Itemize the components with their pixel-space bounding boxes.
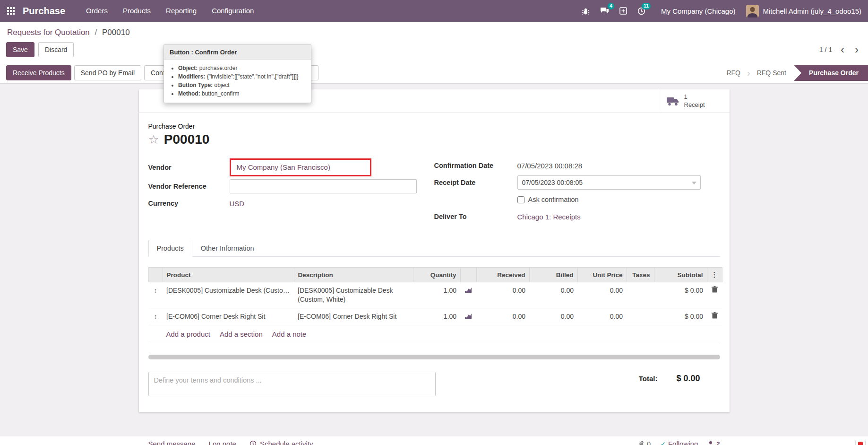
- app-brand[interactable]: Purchase: [23, 6, 65, 17]
- log-note-button[interactable]: Log note: [209, 440, 236, 445]
- messages-icon[interactable]: 4: [595, 0, 614, 22]
- total-value: $ 0.00: [676, 374, 700, 384]
- vendor-reference-input[interactable]: [230, 179, 417, 193]
- activities-badge: 11: [642, 3, 651, 9]
- menu-reporting[interactable]: Reporting: [158, 0, 204, 22]
- user-menu[interactable]: Mitchell Admin (july_4_odoo15): [763, 7, 861, 15]
- following-label: Following: [668, 440, 698, 445]
- debug-bug-icon[interactable]: [576, 0, 595, 22]
- delete-row-icon[interactable]: [712, 286, 718, 295]
- quantity-column-header[interactable]: Quantity: [413, 268, 460, 282]
- optional-columns-toggle-icon[interactable]: ⋮: [711, 270, 718, 279]
- order-lines-table: Product Description Quantity Received Bi…: [148, 267, 722, 325]
- cell-subtotal[interactable]: $ 0.00: [654, 282, 707, 308]
- cell-quantity[interactable]: 1.00: [413, 308, 460, 325]
- taxes-column-header[interactable]: Taxes: [627, 268, 654, 282]
- sheet-body: Purchase Order ☆ P00010 Vendor My Compan…: [139, 113, 730, 412]
- followers-count: 2: [716, 440, 720, 445]
- cell-received[interactable]: 0.00: [476, 282, 529, 308]
- status-rfq[interactable]: RFQ: [726, 69, 740, 77]
- discard-button[interactable]: Discard: [38, 42, 74, 57]
- cell-quantity[interactable]: 1.00: [413, 282, 460, 308]
- table-header-row: Product Description Quantity Received Bi…: [148, 268, 722, 282]
- save-button[interactable]: Save: [6, 42, 34, 57]
- confirmation-date-field-row: Confirmation Date 07/05/2023 00:08:28: [434, 158, 720, 173]
- cell-product[interactable]: [DESK0005] Customizable Desk (Custo…: [163, 282, 294, 308]
- favorite-star-icon[interactable]: ☆: [148, 133, 159, 146]
- delete-row-icon[interactable]: [712, 312, 718, 321]
- cell-unit-price[interactable]: 0.00: [577, 282, 627, 308]
- product-column-header[interactable]: Product: [163, 268, 294, 282]
- receipt-date-input[interactable]: [517, 175, 701, 190]
- activities-clock-icon[interactable]: 11: [632, 0, 651, 22]
- breadcrumb-parent[interactable]: Requests for Quotation: [7, 28, 90, 37]
- bottom-right-widget[interactable]: [855, 440, 866, 445]
- receipt-count: 1: [684, 93, 705, 101]
- status-purchase-order[interactable]: Purchase Order: [794, 65, 868, 81]
- subtotal-column-header[interactable]: Subtotal: [654, 268, 707, 282]
- menu-orders[interactable]: Orders: [78, 0, 115, 22]
- schedule-activity-button[interactable]: Schedule activity: [249, 440, 313, 445]
- send-po-by-email-button[interactable]: Send PO by Email: [74, 65, 141, 80]
- clock-icon: [249, 440, 257, 445]
- horizontal-scrollbar[interactable]: [148, 355, 720, 359]
- add-a-product-link[interactable]: Add a product: [166, 330, 210, 338]
- pager-next-button[interactable]: ›: [853, 45, 860, 54]
- forecast-chart-icon[interactable]: [465, 312, 472, 321]
- received-column-header[interactable]: Received: [476, 268, 529, 282]
- menu-configuration[interactable]: Configuration: [204, 0, 261, 22]
- forecast-column-header: [460, 268, 476, 282]
- add-a-section-link[interactable]: Add a section: [220, 330, 263, 338]
- cell-billed[interactable]: 0.00: [529, 282, 577, 308]
- cell-subtotal[interactable]: $ 0.00: [654, 308, 707, 325]
- unit-price-column-header[interactable]: Unit Price: [577, 268, 627, 282]
- cell-taxes[interactable]: [627, 282, 654, 308]
- breadcrumb-separator: /: [95, 28, 97, 37]
- cell-description[interactable]: [DESK0005] Customizable Desk (Custom, Wh…: [294, 282, 413, 308]
- cell-taxes[interactable]: [627, 308, 654, 325]
- currency-value[interactable]: USD: [230, 200, 245, 208]
- receipt-stat-button[interactable]: 1 Receipt: [658, 89, 730, 113]
- ask-confirmation-checkbox[interactable]: [517, 196, 524, 203]
- content-area: 1 Receipt Purchase Order ☆ P00010 Vendor…: [0, 84, 868, 412]
- grid-icon: [7, 7, 15, 15]
- billed-column-header[interactable]: Billed: [529, 268, 577, 282]
- grid-plus-icon[interactable]: [614, 0, 632, 22]
- attachments-counter[interactable]: 0: [638, 440, 651, 445]
- tooltip-item: Method: button_confirm: [178, 90, 311, 97]
- doc-type-label: Purchase Order: [148, 122, 720, 130]
- deliver-to-value[interactable]: Chicago 1: Receipts: [517, 213, 581, 221]
- status-rfq-sent[interactable]: RFQ Sent: [757, 69, 786, 77]
- forecast-chart-icon[interactable]: [465, 286, 472, 295]
- apps-menu-icon[interactable]: [0, 0, 22, 22]
- company-switcher[interactable]: My Company (Chicago): [661, 7, 736, 15]
- person-icon: [707, 441, 714, 445]
- vendor-value[interactable]: My Company (San Francisco): [237, 163, 330, 171]
- menu-products[interactable]: Products: [115, 0, 158, 22]
- cell-unit-price[interactable]: 0.00: [577, 308, 627, 325]
- tab-other-information[interactable]: Other Information: [192, 240, 263, 257]
- receipt-date-label: Receipt Date: [434, 179, 517, 186]
- attachments-count: 0: [647, 440, 651, 445]
- control-panel: Requests for Quotation / P00010 Save Dis…: [0, 22, 868, 84]
- cell-billed[interactable]: 0.00: [529, 308, 577, 325]
- send-message-button[interactable]: Send message: [148, 440, 196, 445]
- deliver-to-field-row: Deliver To Chicago 1: Receipts: [434, 209, 720, 224]
- cell-product[interactable]: [E-COM06] Corner Desk Right Sit: [163, 308, 294, 325]
- top-navbar: Purchase Orders Products Reporting Confi…: [0, 0, 868, 22]
- terms-and-conditions-input[interactable]: [148, 372, 436, 396]
- cell-received[interactable]: 0.00: [476, 308, 529, 325]
- pager-value: 1 / 1: [819, 46, 832, 53]
- row-drag-handle-icon[interactable]: ↕: [148, 282, 163, 308]
- following-button[interactable]: ✓ Following: [660, 440, 698, 445]
- messages-badge: 4: [608, 3, 614, 9]
- row-drag-handle-icon[interactable]: ↕: [148, 308, 163, 325]
- pager-previous-button[interactable]: ‹: [839, 45, 846, 54]
- add-a-note-link[interactable]: Add a note: [272, 330, 307, 338]
- receive-products-button[interactable]: Receive Products: [6, 65, 71, 80]
- tab-products[interactable]: Products: [148, 240, 192, 257]
- user-avatar[interactable]: [746, 5, 759, 17]
- description-column-header[interactable]: Description: [294, 268, 413, 282]
- followers-button[interactable]: 2: [707, 440, 720, 445]
- cell-description[interactable]: [E-COM06] Corner Desk Right Sit: [294, 308, 413, 325]
